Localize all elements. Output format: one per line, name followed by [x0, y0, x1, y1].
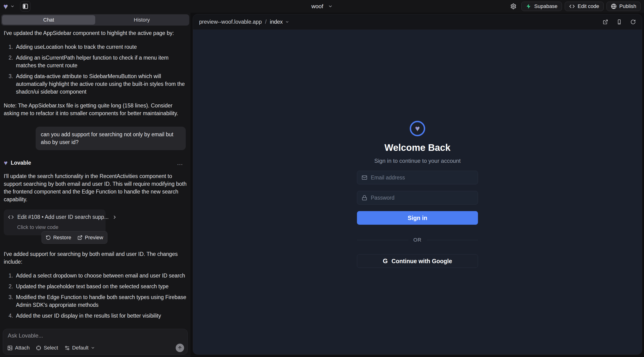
lovable-logo-icon[interactable]: ♥: [3, 2, 8, 10]
preview-url-separator: /: [265, 19, 266, 25]
google-button-label: Continue with Google: [392, 258, 452, 264]
list-item: Adding data-active attribute to SidebarM…: [14, 72, 187, 96]
project-chevron-down-icon: [328, 4, 332, 9]
toggle-sidebar-button[interactable]: [20, 1, 30, 12]
preview-url-dropdown[interactable]: preview--woof.lovable.app / index: [199, 19, 289, 25]
refresh-button[interactable]: [630, 19, 636, 25]
list-item: Added a select dropdown to choose betwee…: [14, 272, 187, 280]
list-item: Modified the Edge Function to handle bot…: [14, 294, 187, 309]
assistant-message-header: ♥ Lovable …: [4, 159, 187, 167]
supabase-button[interactable]: Supabase: [521, 2, 562, 11]
chat-composer[interactable]: Attach Select Default: [3, 329, 188, 355]
lovable-avatar-icon: ♥: [4, 160, 8, 166]
user-message-bubble: can you add support for searching not on…: [36, 127, 186, 150]
sliders-icon: [64, 345, 70, 351]
assistant-message-intro: I'll update the search functionality in …: [4, 172, 187, 203]
external-link-icon: [78, 235, 82, 240]
supabase-label: Supabase: [534, 3, 558, 10]
assistant-message-changes-intro: I've added support for searching by both…: [4, 250, 187, 266]
assistant-name: Lovable: [11, 159, 31, 167]
edit-code-card[interactable]: Edit #108 • Add user ID search supp... C…: [4, 210, 106, 235]
tab-history[interactable]: History: [95, 15, 188, 25]
tab-chat[interactable]: Chat: [2, 15, 95, 25]
globe-icon: [611, 4, 616, 9]
settings-button[interactable]: [508, 2, 518, 11]
code-brackets-icon: [569, 4, 575, 9]
image-icon: [7, 345, 13, 351]
password-field[interactable]: [357, 191, 478, 204]
or-divider: OR: [357, 237, 478, 243]
crosshair-icon: [36, 345, 41, 351]
chat-input[interactable]: [8, 332, 183, 339]
list-item: Adding an isCurrentPath helper function …: [14, 54, 187, 70]
chevron-down-icon: [285, 20, 289, 24]
restore-button[interactable]: Restore: [46, 234, 71, 241]
chat-messages: I've updated the AppSidebar component to…: [0, 26, 190, 326]
top-bar: ♥ woof Supabase Edit code: [0, 0, 644, 13]
project-name: woof: [312, 3, 324, 10]
sign-in-card: ♥ Welcome Back Sign in to continue to yo…: [357, 121, 478, 268]
lock-icon: [362, 195, 367, 200]
preview-label: Preview: [85, 234, 103, 241]
rotate-ccw-icon: [46, 235, 51, 240]
arrow-up-icon: [178, 346, 182, 350]
gear-icon: [510, 3, 516, 10]
publish-label: Publish: [620, 3, 636, 10]
message-menu-button[interactable]: …: [177, 159, 184, 167]
select-button[interactable]: Select: [36, 345, 58, 351]
list-item: Updated the placeholder text based on th…: [14, 283, 187, 290]
page-subtitle: Sign in to continue to your account: [374, 158, 460, 164]
edit-card-subtitle: Click to view code: [17, 223, 101, 231]
page-title: Welcome Back: [384, 142, 450, 153]
edit-card-toolbar: Restore Preview: [42, 231, 108, 244]
project-switcher[interactable]: woof: [312, 3, 333, 10]
select-label: Select: [44, 345, 58, 351]
mobile-view-button[interactable]: [616, 19, 622, 25]
preview-button[interactable]: Preview: [78, 234, 103, 241]
preview-url-path: index: [270, 19, 283, 25]
attach-button[interactable]: Attach: [7, 345, 30, 351]
chat-panel: Chat History I've updated the AppSidebar…: [0, 13, 190, 357]
assistant-message-list: Added a select dropdown to choose betwee…: [4, 272, 187, 320]
assistant-message-note: Note: The AppSidebar.tsx file is getting…: [4, 102, 187, 117]
mode-label: Default: [72, 345, 89, 351]
chat-history-tabbar: Chat History: [1, 14, 189, 26]
edit-code-button[interactable]: Edit code: [565, 2, 604, 11]
edit-code-label: Edit code: [578, 3, 599, 10]
assistant-message-intro: I've updated the AppSidebar component to…: [4, 29, 187, 37]
restore-label: Restore: [53, 234, 71, 241]
mail-icon: [362, 175, 367, 180]
preview-panel: preview--woof.lovable.app / index ♥ Welc…: [193, 14, 642, 355]
chevron-right-icon: [112, 214, 117, 220]
preview-url-bar: preview--woof.lovable.app / index: [193, 14, 642, 30]
or-label: OR: [414, 237, 422, 243]
assistant-message-list: Adding useLocation hook to track the cur…: [4, 43, 187, 96]
logo-chevron-down-icon[interactable]: [10, 4, 14, 8]
password-field-wrapper: [357, 191, 478, 204]
publish-button[interactable]: Publish: [606, 2, 641, 11]
send-button[interactable]: [176, 344, 184, 352]
list-item: Adding useLocation hook to track the cur…: [14, 43, 187, 51]
preview-url-host: preview--woof.lovable.app: [199, 19, 262, 25]
heart-icon: ♥: [415, 124, 420, 133]
continue-with-google-button[interactable]: G Continue with Google: [357, 254, 478, 268]
chevron-down-icon: [91, 346, 95, 350]
google-g-icon: G: [383, 258, 388, 265]
email-field-wrapper: [357, 171, 478, 184]
mode-dropdown[interactable]: Default: [64, 345, 95, 351]
list-item: Added the user ID display in the results…: [14, 312, 187, 320]
preview-iframe: ♥ Welcome Back Sign in to continue to yo…: [193, 30, 642, 354]
code-brackets-icon: [8, 214, 14, 220]
sign-in-button[interactable]: Sign in: [357, 211, 478, 225]
attach-label: Attach: [15, 345, 30, 351]
email-field[interactable]: [357, 171, 478, 184]
supabase-bolt-icon: [526, 4, 532, 9]
app-logo: ♥: [410, 121, 425, 136]
open-in-new-tab-button[interactable]: [603, 19, 608, 25]
edit-card-title: Edit #108 • Add user ID search supp...: [17, 213, 108, 221]
